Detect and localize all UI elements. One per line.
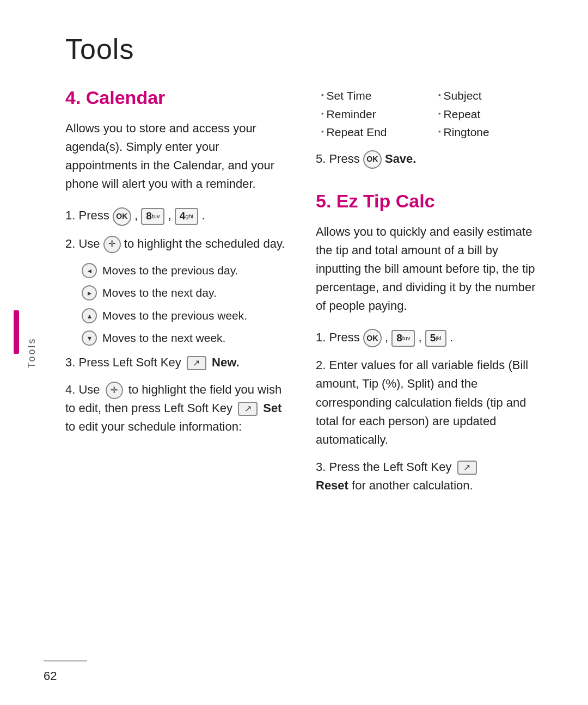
step2-suffix: to highlight the scheduled day. bbox=[124, 237, 285, 250]
sidebar-label: Tools bbox=[26, 337, 38, 368]
soft-key-set-icon: ↗ bbox=[238, 402, 258, 416]
soft-key-reset-icon: ↗ bbox=[457, 461, 477, 475]
section5-title: 5. Ez Tip Calc bbox=[316, 191, 544, 212]
sidebar-accent-bar bbox=[14, 310, 19, 354]
step3: 3. Press Left Soft Key ↗ New. bbox=[65, 353, 294, 372]
eztip-step1-period: . bbox=[450, 330, 453, 344]
nav-prev-day-text: Moves to the previous day. bbox=[102, 262, 238, 279]
page: Tools Tools 4. Calendar Allows you to st… bbox=[0, 0, 588, 705]
eztip-step1-prefix: 1. Press bbox=[316, 330, 360, 344]
key-8tuv: 8 tuv bbox=[141, 208, 164, 225]
step1-comma2: , bbox=[168, 209, 175, 222]
nav-circle-icon: ✛ bbox=[103, 236, 121, 253]
step2: 2. Use ✛ to highlight the scheduled day. bbox=[65, 235, 294, 253]
page-divider bbox=[44, 660, 87, 661]
up-arrow-icon: ▴ bbox=[82, 308, 97, 323]
bullet-subject-text: Subject bbox=[444, 87, 482, 105]
bullet-subject: ▪ Subject bbox=[438, 87, 544, 105]
right-column: ▪ Set Time ▪ Subject ▪ Reminder ▪ Repeat… bbox=[316, 87, 544, 504]
eztip-step2: 2. Enter values for all variable fields … bbox=[316, 356, 544, 449]
bullet-reminder-text: Reminder bbox=[327, 106, 376, 123]
soft-key-new-icon: ↗ bbox=[187, 356, 206, 370]
eztip-step3-prefix: 3. Press the Left Soft Key bbox=[316, 460, 451, 474]
page-number: 62 bbox=[44, 669, 57, 683]
page-title: Tools bbox=[65, 33, 544, 65]
left-column: 4. Calendar Allows you to store and acce… bbox=[65, 87, 294, 504]
bullet-repeat-text: Repeat bbox=[444, 106, 481, 123]
nav-item-next-day: ▸ Moves to the next day. bbox=[82, 284, 294, 302]
eztip-step1-comma2: , bbox=[419, 330, 425, 344]
bullet-set-time: ▪ Set Time bbox=[321, 87, 427, 105]
bullet-repeat: ▪ Repeat bbox=[438, 106, 544, 123]
step4-suffix: to edit your schedule information: bbox=[65, 420, 242, 433]
bullet-set-time-text: Set Time bbox=[327, 87, 372, 105]
key-4ghi: 4 ghi bbox=[175, 208, 198, 225]
eztip-step3: 3. Press the Left Soft Key ↗ Reset for a… bbox=[316, 458, 544, 495]
nav-next-week-text: Moves to the next week. bbox=[102, 329, 225, 347]
step4-prefix: 4. Use bbox=[65, 383, 100, 396]
right-arrow-icon: ▸ bbox=[82, 285, 97, 301]
ok-key-1: OK bbox=[113, 207, 131, 226]
eztip-step1-comma1: , bbox=[385, 330, 391, 344]
nav-item-next-week: ▾ Moves to the next week. bbox=[82, 329, 294, 347]
step4: 4. Use ✛ to highlight the field you wish… bbox=[65, 381, 294, 436]
left-arrow-icon: ◂ bbox=[82, 263, 97, 278]
bullet-repeat-end-text: Repeat End bbox=[327, 124, 387, 141]
bullet-symbol-1: ▪ bbox=[321, 90, 324, 101]
key-5jkl: 5 jkl bbox=[425, 330, 446, 347]
step3-bold: New. bbox=[212, 355, 240, 369]
nav-circle-icon-2: ✛ bbox=[106, 382, 123, 399]
step1-prefix: 1. Press bbox=[65, 209, 113, 222]
bullet-symbol-3: ▪ bbox=[321, 108, 324, 119]
eztip-step3-reset: Reset bbox=[316, 479, 348, 492]
section4-title: 4. Calendar bbox=[65, 87, 294, 108]
step3-prefix: 3. Press Left Soft Key bbox=[65, 355, 181, 369]
nav-item-prev-day: ◂ Moves to the previous day. bbox=[82, 262, 294, 279]
nav-item-prev-week: ▴ Moves to the previous week. bbox=[82, 307, 294, 324]
nav-next-day-text: Moves to the next day. bbox=[102, 284, 217, 302]
ok-key-3: OK bbox=[363, 329, 382, 347]
bullet-ringtone-text: Ringtone bbox=[444, 124, 489, 141]
eztip-step3-suffix: for another calculation. bbox=[352, 479, 473, 492]
step1-comma1: , bbox=[134, 209, 141, 222]
section5-description: Allows you to quickly and easily estimat… bbox=[316, 223, 544, 315]
nav-prev-week-text: Moves to the previous week. bbox=[102, 307, 247, 324]
step2-text: 2. Use bbox=[65, 237, 103, 250]
bullet-symbol-6: ▪ bbox=[438, 126, 441, 137]
bullet-repeat-end: ▪ Repeat End bbox=[321, 124, 427, 141]
step1-period: . bbox=[201, 209, 205, 222]
step5-save-label: Save. bbox=[385, 152, 416, 165]
ok-key-2: OK bbox=[363, 150, 382, 169]
step1: 1. Press OK , 8 tuv , 4 ghi . bbox=[65, 206, 294, 225]
down-arrow-icon: ▾ bbox=[82, 330, 97, 346]
bullet-symbol-4: ▪ bbox=[438, 108, 441, 119]
eztip-step1: 1. Press OK , 8 tuv , 5 jkl . bbox=[316, 328, 544, 347]
calendar-fields-list: ▪ Set Time ▪ Subject ▪ Reminder ▪ Repeat… bbox=[321, 87, 544, 141]
step5-save: 5. Press OK Save. bbox=[316, 150, 544, 169]
section4-description: Allows you to store and access your agen… bbox=[65, 119, 294, 193]
key-8tuv-2: 8 tuv bbox=[391, 330, 415, 347]
bullet-ringtone: ▪ Ringtone bbox=[438, 124, 544, 141]
bullet-symbol-5: ▪ bbox=[321, 126, 324, 137]
step5-prefix: 5. Press bbox=[316, 152, 360, 165]
bullet-reminder: ▪ Reminder bbox=[321, 106, 427, 123]
content-area: 4. Calendar Allows you to store and acce… bbox=[65, 87, 544, 504]
bullet-symbol-2: ▪ bbox=[438, 90, 441, 101]
step4-set: Set bbox=[263, 401, 281, 415]
